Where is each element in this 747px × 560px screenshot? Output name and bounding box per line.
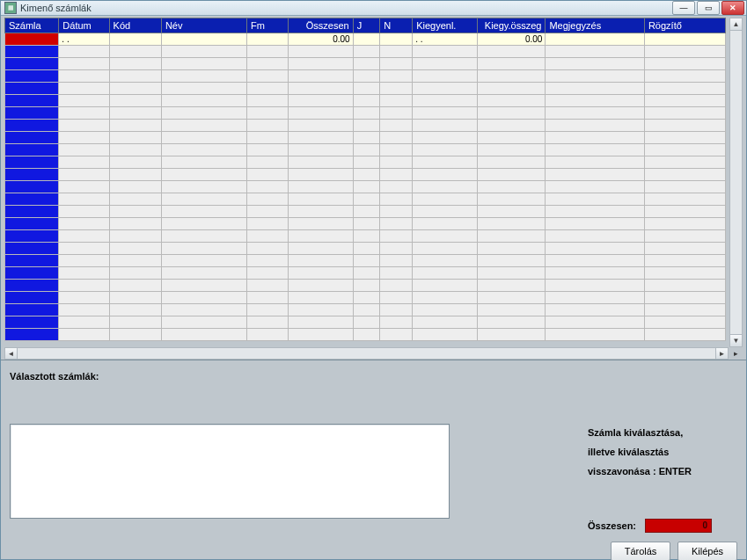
cell-empty[interactable] xyxy=(247,316,289,329)
cell-empty[interactable] xyxy=(161,132,246,144)
cell-empty[interactable] xyxy=(546,120,644,132)
cell-empty[interactable] xyxy=(247,58,289,70)
cell-empty[interactable] xyxy=(413,169,478,181)
cell-empty[interactable] xyxy=(247,292,289,304)
cell-empty[interactable] xyxy=(380,70,413,83)
store-button[interactable]: Tárolás xyxy=(611,542,670,560)
cell-empty[interactable] xyxy=(477,267,546,280)
vertical-scrollbar[interactable]: ▲ ▼ xyxy=(729,18,743,347)
table-row[interactable] xyxy=(5,280,726,292)
cell-empty[interactable] xyxy=(353,95,380,107)
table-row[interactable] xyxy=(5,169,726,181)
cell-empty[interactable] xyxy=(644,206,725,218)
cell-j[interactable] xyxy=(353,33,380,46)
cell-empty[interactable] xyxy=(546,107,644,120)
cell-empty[interactable] xyxy=(546,329,644,341)
cell-empty[interactable] xyxy=(353,304,380,316)
cell-empty[interactable] xyxy=(289,132,354,144)
cell-empty[interactable] xyxy=(477,230,546,243)
table-row[interactable] xyxy=(5,206,726,218)
row-header[interactable] xyxy=(5,58,59,70)
cell-empty[interactable] xyxy=(353,206,380,218)
cell-empty[interactable] xyxy=(546,316,644,329)
cell-empty[interactable] xyxy=(289,267,354,280)
cell-empty[interactable] xyxy=(247,120,289,132)
cell-n[interactable] xyxy=(380,33,413,46)
cell-empty[interactable] xyxy=(477,243,546,255)
cell-empty[interactable] xyxy=(289,156,354,169)
cell-empty[interactable] xyxy=(477,46,546,58)
cell-empty[interactable] xyxy=(161,95,246,107)
cell-empty[interactable] xyxy=(380,218,413,230)
row-header[interactable] xyxy=(5,156,59,169)
row-header[interactable] xyxy=(5,230,59,243)
cell-empty[interactable] xyxy=(161,144,246,156)
cell-empty[interactable] xyxy=(644,107,725,120)
cell-empty[interactable] xyxy=(477,70,546,83)
cell-empty[interactable] xyxy=(161,193,246,206)
cell-empty[interactable] xyxy=(289,181,354,193)
row-header[interactable] xyxy=(5,132,59,144)
cell-empty[interactable] xyxy=(247,329,289,341)
cell-empty[interactable] xyxy=(109,58,161,70)
cell-empty[interactable] xyxy=(546,267,644,280)
cell-empty[interactable] xyxy=(644,83,725,95)
cell-empty[interactable] xyxy=(644,70,725,83)
cell-empty[interactable] xyxy=(413,83,478,95)
table-row[interactable] xyxy=(5,70,726,83)
cell-empty[interactable] xyxy=(289,316,354,329)
cell-empty[interactable] xyxy=(413,70,478,83)
cell-empty[interactable] xyxy=(546,218,644,230)
cell-rogzito[interactable] xyxy=(644,33,725,46)
cell-empty[interactable] xyxy=(644,193,725,206)
cell-empty[interactable] xyxy=(644,243,725,255)
cell-empty[interactable] xyxy=(380,95,413,107)
cell-empty[interactable] xyxy=(477,107,546,120)
cell-empty[interactable] xyxy=(644,58,725,70)
cell-empty[interactable] xyxy=(380,144,413,156)
cell-empty[interactable] xyxy=(546,292,644,304)
cell-empty[interactable] xyxy=(353,83,380,95)
cell-empty[interactable] xyxy=(644,156,725,169)
col-kiegyenl[interactable]: Kiegyenl. xyxy=(413,18,478,33)
cell-empty[interactable] xyxy=(109,255,161,267)
cell-empty[interactable] xyxy=(109,329,161,341)
table-row[interactable] xyxy=(5,58,726,70)
col-n[interactable]: N xyxy=(380,18,413,33)
cell-empty[interactable] xyxy=(546,181,644,193)
cell-empty[interactable] xyxy=(380,316,413,329)
cell-empty[interactable] xyxy=(109,144,161,156)
row-header[interactable] xyxy=(5,255,59,267)
row-header[interactable] xyxy=(5,83,59,95)
cell-empty[interactable] xyxy=(477,144,546,156)
col-osszesen[interactable]: Összesen xyxy=(289,18,354,33)
cell-empty[interactable] xyxy=(380,230,413,243)
cell-empty[interactable] xyxy=(413,144,478,156)
cell-empty[interactable] xyxy=(644,95,725,107)
cell-empty[interactable] xyxy=(353,316,380,329)
col-datum[interactable]: Dátum xyxy=(59,18,109,33)
col-megjegyzes[interactable]: Megjegyzés xyxy=(546,18,644,33)
row-header[interactable] xyxy=(5,46,59,58)
row-header[interactable] xyxy=(5,120,59,132)
row-header[interactable] xyxy=(5,329,59,341)
cell-empty[interactable] xyxy=(59,218,109,230)
cell-empty[interactable] xyxy=(161,83,246,95)
cell-empty[interactable] xyxy=(247,144,289,156)
scroll-up-icon[interactable]: ▲ xyxy=(730,18,742,31)
cell-empty[interactable] xyxy=(353,267,380,280)
row-header[interactable] xyxy=(5,181,59,193)
cell-empty[interactable] xyxy=(59,243,109,255)
table-row[interactable] xyxy=(5,193,726,206)
cell-empty[interactable] xyxy=(380,132,413,144)
cell-empty[interactable] xyxy=(380,46,413,58)
col-kiegy-osszeg[interactable]: Kiegy.összeg xyxy=(477,18,546,33)
table-row[interactable] xyxy=(5,230,726,243)
cell-empty[interactable] xyxy=(59,95,109,107)
cell-empty[interactable] xyxy=(477,193,546,206)
cell-empty[interactable] xyxy=(546,255,644,267)
cell-empty[interactable] xyxy=(644,292,725,304)
cell-empty[interactable] xyxy=(59,58,109,70)
cell-empty[interactable] xyxy=(644,120,725,132)
cell-empty[interactable] xyxy=(353,280,380,292)
